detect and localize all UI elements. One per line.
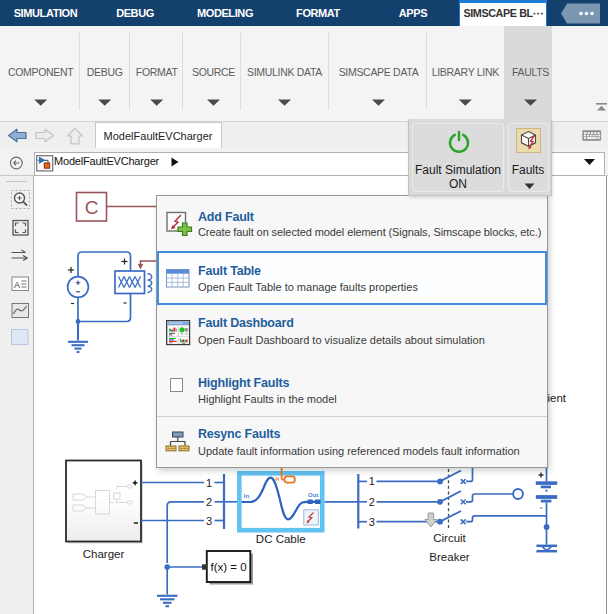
svg-text:Charger: Charger	[83, 548, 125, 560]
svg-text:2: 2	[369, 496, 375, 508]
svg-text:1: 1	[206, 477, 212, 489]
svg-text:H: H	[276, 476, 280, 482]
svg-text:DC Cable: DC Cable	[256, 533, 306, 545]
svg-text:C: C	[85, 197, 99, 218]
svg-text:Out: Out	[308, 492, 318, 498]
svg-text:Breaker: Breaker	[429, 551, 469, 563]
svg-text:1: 1	[369, 475, 375, 487]
svg-text:Circuit: Circuit	[433, 532, 466, 544]
svg-text:A: A	[14, 280, 20, 290]
svg-text:f(x) = 0: f(x) = 0	[210, 561, 246, 573]
svg-text:3: 3	[369, 516, 375, 528]
svg-text:In: In	[244, 493, 250, 499]
svg-text:ient: ient	[548, 392, 567, 404]
svg-text:3: 3	[206, 515, 212, 527]
svg-text:2: 2	[206, 496, 212, 508]
